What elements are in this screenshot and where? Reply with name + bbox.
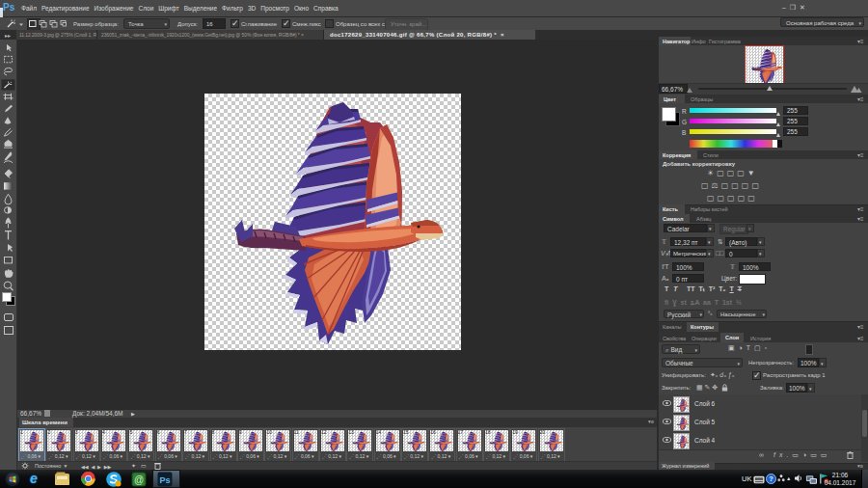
svg-text:Ps: Ps [159, 475, 170, 485]
svg-text:?: ? [769, 474, 773, 483]
svg-text:@: @ [134, 474, 144, 485]
